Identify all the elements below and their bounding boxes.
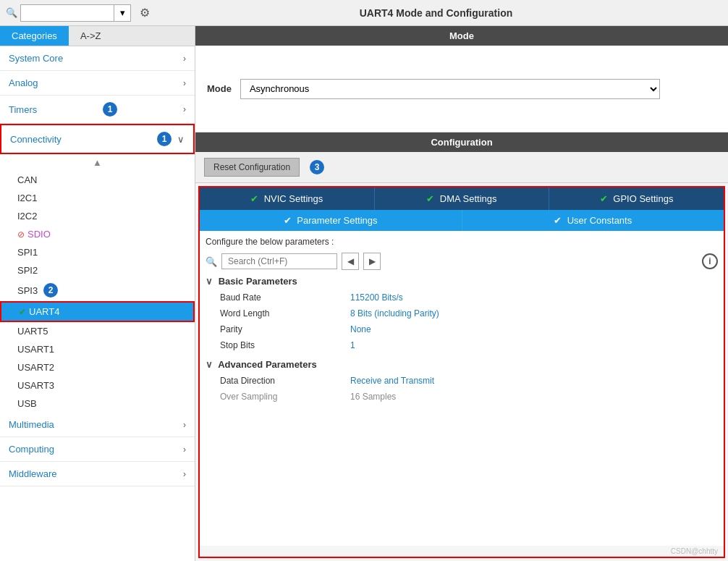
- reset-bar: Reset Configuration 3: [195, 152, 728, 183]
- gpio-tab-label: GPIO Settings: [613, 193, 673, 204]
- search-icon: 🔍: [206, 256, 217, 267]
- collapse-toggle[interactable]: ∨: [206, 359, 213, 370]
- usart3-label: USART3: [17, 380, 54, 391]
- sidebar-item-middleware[interactable]: Middleware ›: [0, 462, 195, 486]
- gear-icon[interactable]: ⚙: [140, 6, 150, 20]
- info-icon[interactable]: i: [702, 253, 718, 269]
- check-icon: ✔: [554, 215, 562, 226]
- connectivity-sub-items: CAN I2C1 I2C2 ⊘ SDIO SPI1 SPI2: [0, 171, 195, 413]
- sidebar-item-label: System Core: [9, 53, 63, 64]
- tabs-row-1: ✔ NVIC Settings ✔ DMA Settings ✔ GPIO Se…: [200, 187, 724, 210]
- chevron-right-icon: ›: [183, 469, 186, 479]
- tabs-row-2: ✔ Parameter Settings ✔ User Constants: [200, 210, 724, 231]
- mode-select[interactable]: Asynchronous: [240, 79, 660, 99]
- sidebar-item-label: Analog: [9, 77, 38, 88]
- prev-button[interactable]: ◀: [342, 253, 359, 270]
- param-name: Over Sampling: [220, 392, 350, 402]
- tab-gpio-settings[interactable]: ✔ GPIO Settings: [549, 187, 724, 210]
- sidebar-item-usb[interactable]: USB: [0, 395, 195, 413]
- basic-params-title: ∨ Basic Parameters: [206, 276, 718, 287]
- search-icon: 🔍: [6, 7, 17, 18]
- badge-1: 1: [103, 102, 117, 117]
- check-icon: ✔: [426, 193, 434, 204]
- badge-3: 3: [310, 160, 324, 174]
- watermark: CSDN@chhtty: [200, 546, 724, 557]
- sidebar-item-can[interactable]: CAN: [0, 171, 195, 189]
- check-icon: ✔: [19, 307, 26, 317]
- can-label: CAN: [17, 174, 37, 185]
- uart4-label: UART4: [29, 306, 59, 317]
- chevron-right-icon: ›: [183, 54, 186, 64]
- tab-az[interactable]: A->Z: [69, 26, 113, 46]
- sidebar: Categories A->Z System Core › Analog › T…: [0, 26, 195, 561]
- sidebar-item-analog[interactable]: Analog ›: [0, 71, 195, 96]
- spi1-label: SPI1: [17, 247, 38, 258]
- collapse-arrow[interactable]: ▲: [0, 154, 195, 171]
- sidebar-item-uart4[interactable]: ✔ UART4: [0, 301, 195, 322]
- param-name: Data Direction: [220, 376, 350, 386]
- connectivity-label: Connectivity: [10, 134, 62, 145]
- config-section-header: Configuration: [195, 132, 728, 152]
- sidebar-item-usart1[interactable]: USART1: [0, 340, 195, 358]
- chevron-down-icon: ∨: [177, 134, 185, 145]
- param-row-data-direction: Data Direction Receive and Transmit: [206, 373, 718, 389]
- configure-label: Configure the below parameters :: [206, 237, 718, 247]
- tab-categories[interactable]: Categories: [0, 26, 69, 46]
- content-area: Mode Mode Asynchronous Configuration Res…: [195, 26, 728, 561]
- next-button[interactable]: ▶: [363, 253, 381, 270]
- sidebar-item-system-core[interactable]: System Core ›: [0, 46, 195, 71]
- sidebar-item-sdio[interactable]: ⊘ SDIO: [0, 225, 195, 243]
- sidebar-item-i2c1[interactable]: I2C1: [0, 189, 195, 207]
- param-row-word-length: Word Length 8 Bits (including Parity): [206, 305, 718, 321]
- sidebar-item-spi2[interactable]: SPI2: [0, 261, 195, 279]
- dropdown-arrow-button[interactable]: ▾: [114, 4, 131, 22]
- tab-dma-settings[interactable]: ✔ DMA Settings: [375, 187, 550, 210]
- uart5-label: UART5: [17, 326, 48, 337]
- sidebar-item-connectivity[interactable]: Connectivity 1 ∨: [0, 124, 195, 154]
- tab-parameter-settings[interactable]: ✔ Parameter Settings: [200, 210, 462, 231]
- sidebar-item-label: Middleware: [9, 468, 56, 479]
- param-row-over-sampling: Over Sampling 16 Samples: [206, 389, 718, 405]
- param-value: Receive and Transmit: [350, 376, 434, 386]
- sidebar-item-uart5[interactable]: UART5: [0, 322, 195, 340]
- param-name: Word Length: [220, 308, 350, 319]
- sidebar-item-computing[interactable]: Computing ›: [0, 437, 195, 462]
- param-name: Parity: [220, 324, 350, 334]
- sidebar-item-usart3[interactable]: USART3: [0, 376, 195, 395]
- parameter-content: Configure the below parameters : 🔍 ◀ ▶ i…: [200, 231, 724, 546]
- badge-connectivity: 1: [157, 132, 172, 146]
- usart2-label: USART2: [17, 362, 54, 373]
- check-icon: ✔: [600, 193, 608, 204]
- tab-nvic-settings[interactable]: ✔ NVIC Settings: [200, 187, 375, 210]
- sidebar-item-label: Multimedia: [9, 419, 54, 430]
- tab-user-constants[interactable]: ✔ User Constants: [462, 210, 724, 231]
- check-icon: ✔: [250, 193, 258, 204]
- reset-configuration-button[interactable]: Reset Configuration: [204, 158, 300, 177]
- chevron-right-icon: ›: [183, 78, 186, 88]
- mode-label: Mode: [207, 83, 232, 94]
- param-value: 16 Samples: [350, 392, 396, 402]
- sidebar-item-usart2[interactable]: USART2: [0, 358, 195, 376]
- collapse-toggle[interactable]: ∨: [206, 276, 213, 287]
- param-value: 8 Bits (including Parity): [350, 308, 439, 319]
- search-input[interactable]: [20, 4, 114, 22]
- dma-tab-label: DMA Settings: [440, 193, 497, 204]
- param-name: Stop Bits: [220, 340, 350, 350]
- sidebar-item-spi3[interactable]: SPI3 2: [0, 279, 195, 301]
- spi2-label: SPI2: [17, 265, 38, 276]
- sidebar-item-i2c2[interactable]: I2C2: [0, 207, 195, 225]
- advanced-params-title: ∨ Advanced Parameters: [206, 359, 718, 370]
- param-tab-label: Parameter Settings: [297, 215, 377, 226]
- sidebar-item-multimedia[interactable]: Multimedia ›: [0, 413, 195, 437]
- param-search-input[interactable]: [221, 253, 337, 269]
- sidebar-item-timers[interactable]: Timers 1 ›: [0, 96, 195, 124]
- sidebar-item-spi1[interactable]: SPI1: [0, 243, 195, 261]
- sidebar-content: System Core › Analog › Timers 1 › Connec…: [0, 46, 195, 561]
- badge-2: 2: [43, 283, 58, 298]
- param-row-baud-rate: Baud Rate 115200 Bits/s: [206, 290, 718, 305]
- usb-label: USB: [17, 398, 37, 409]
- search-row: 🔍 ◀ ▶ i: [206, 253, 718, 270]
- top-bar: 🔍 ▾ ⚙ UART4 Mode and Configuration: [0, 0, 728, 26]
- configuration-section: Configuration Reset Configuration 3 ✔ NV…: [195, 132, 728, 561]
- usart1-label: USART1: [17, 344, 54, 355]
